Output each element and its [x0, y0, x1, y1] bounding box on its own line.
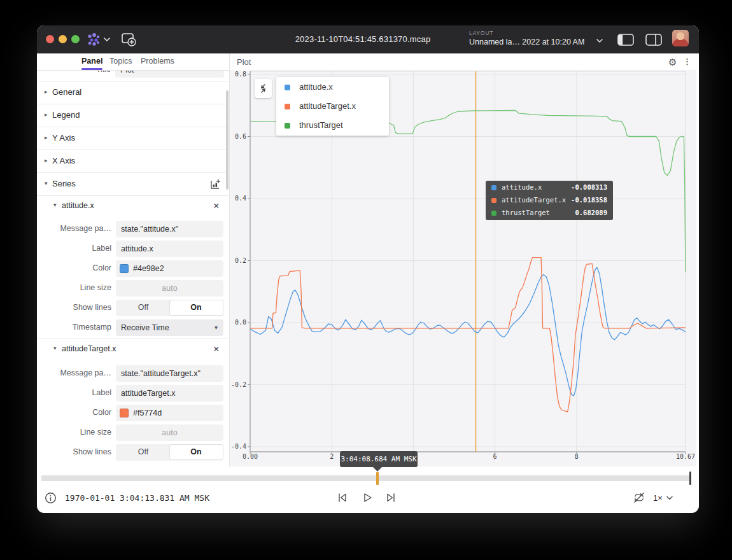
series-field-row: Show linesOffOn: [37, 442, 229, 462]
user-avatar[interactable]: [672, 30, 689, 46]
speed-chevron-icon[interactable]: [666, 496, 673, 501]
field-label: Line size: [42, 428, 111, 437]
tab-panel[interactable]: Panel: [81, 53, 102, 70]
field-label: Show lines: [42, 447, 111, 456]
color-input[interactable]: #f5774d: [116, 405, 223, 421]
title-input[interactable]: Plot: [115, 70, 224, 78]
field-value: attitudeTarget.x: [116, 385, 223, 402]
left-sidebar-toggle-icon[interactable]: [617, 33, 635, 46]
section-x-axis[interactable]: ▸X Axis: [37, 150, 229, 173]
section-general[interactable]: ▸General: [37, 81, 229, 104]
tooltip-series-value: -0.018358: [571, 196, 607, 204]
foxglove-logo-icon[interactable]: [86, 32, 101, 47]
tooltip-row: attitude.x-0.008313: [486, 181, 613, 194]
legend-swatch[interactable]: [285, 85, 290, 90]
field-value: attitude.x: [116, 241, 223, 257]
field-label: Color: [42, 263, 111, 272]
seek-start-icon[interactable]: [336, 491, 349, 504]
message-path-input[interactable]: state."attitude.x": [116, 221, 223, 237]
plot-hover-tooltip: attitude.x-0.008313attitudeTarget.x-0.01…: [486, 181, 613, 220]
legend-swatch[interactable]: [285, 104, 290, 109]
label-input[interactable]: attitudeTarget.x: [116, 385, 223, 402]
tooltip-series-value: -0.008313: [571, 183, 607, 191]
legend-item-attitudeTarget.x[interactable]: attitudeTarget.x: [276, 97, 389, 116]
layout-name[interactable]: Unnamed la… 2022 at 10:20 AM: [469, 38, 584, 46]
x-tick-label: 0.00: [231, 453, 269, 460]
toggle-option-on[interactable]: On: [170, 445, 223, 459]
color-hex-value: #4e98e2: [116, 260, 223, 277]
toggle-option-off[interactable]: Off: [117, 300, 170, 315]
playback-playhead[interactable]: [376, 472, 379, 485]
color-swatch[interactable]: [120, 409, 129, 417]
tooltip-swatch: [491, 211, 496, 216]
loop-off-icon[interactable]: [632, 491, 646, 504]
y-tick-label: 0.0: [227, 319, 246, 326]
info-icon[interactable]: [45, 492, 57, 504]
color-swatch[interactable]: [120, 264, 129, 273]
section-legend[interactable]: ▸Legend: [37, 104, 229, 127]
series-editor-header-attitudeTarget.x[interactable]: ▾attitudeTarget.x✕: [37, 339, 229, 360]
app-menu-chevron-icon[interactable]: [103, 37, 111, 42]
add-series-icon[interactable]: [210, 179, 221, 190]
layout-chevron-icon[interactable]: [596, 38, 603, 43]
message-path-input[interactable]: state."attitudeTarget.x": [116, 365, 223, 382]
remove-series-icon[interactable]: ✕: [213, 344, 220, 354]
playback-end-marker: [689, 472, 691, 485]
line-size-input[interactable]: auto: [116, 280, 223, 297]
section-y-axis[interactable]: ▸Y Axis: [37, 127, 229, 150]
tab-topics[interactable]: Topics: [109, 53, 134, 70]
playback-speed[interactable]: 1×: [653, 493, 663, 503]
window-minimize-button[interactable]: [59, 35, 67, 43]
field-value: state."attitudeTarget.x": [116, 365, 223, 382]
section-series[interactable]: ▾Series: [37, 172, 229, 196]
label-input[interactable]: attitude.x: [116, 241, 223, 257]
show-lines-toggle[interactable]: OffOn: [116, 300, 223, 316]
field-label: Message pa…: [42, 224, 111, 233]
section-label: General: [52, 87, 81, 97]
field-label: Message pa…: [42, 368, 111, 377]
sidebar-scrollbar-thumb[interactable]: [226, 90, 229, 190]
tab-problems[interactable]: Problems: [141, 53, 174, 70]
color-hex-value: #f5774d: [116, 405, 223, 421]
right-sidebar-toggle-icon[interactable]: [645, 33, 663, 46]
tooltip-swatch: [491, 198, 496, 203]
show-lines-toggle[interactable]: OffOn: [116, 444, 223, 461]
remove-series-icon[interactable]: ✕: [213, 201, 220, 211]
legend-swatch[interactable]: [285, 123, 290, 129]
toggle-option-on[interactable]: On: [170, 300, 223, 315]
caret-right-icon: ▸: [45, 157, 48, 164]
caret-right-icon: ▸: [45, 88, 48, 95]
x-tick-label: 10.67: [666, 453, 705, 460]
select-value: Receive Time: [116, 319, 223, 336]
section-label: X Axis: [52, 156, 75, 165]
series-field-row: Color#f5774d: [37, 403, 229, 423]
color-input[interactable]: #4e98e2: [116, 260, 223, 277]
field-label: Label: [42, 388, 111, 397]
panel-settings-scroll[interactable]: Title Plot ▸General▸Legend▸Y Axis▸X Axis…: [37, 70, 229, 466]
plot-legend[interactable]: attitude.xattitudeTarget.xthrustTarget: [276, 77, 389, 136]
field-value: state."attitude.x": [116, 221, 223, 237]
scrubber-time-tooltip: 3:04:08.684 AM MSK: [340, 451, 418, 467]
caret-down-icon: ▾: [45, 180, 48, 186]
toggle-option-off[interactable]: Off: [117, 445, 170, 459]
seek-end-icon[interactable]: [384, 491, 397, 504]
play-icon[interactable]: [361, 491, 374, 504]
series-field-row: Line sizeauto: [37, 423, 229, 442]
playback-scrubber[interactable]: [41, 475, 691, 481]
series-field-row: Show linesOffOn: [37, 298, 229, 318]
legend-collapse-icon[interactable]: [255, 79, 272, 98]
timestamp-select[interactable]: Receive Time▾: [116, 319, 223, 336]
add-panel-icon[interactable]: [121, 32, 137, 48]
series-editor-header-attitude.x[interactable]: ▾attitude.x✕: [37, 195, 229, 217]
legend-item-thrustTarget[interactable]: thrustTarget: [276, 116, 389, 135]
section-label: Y Axis: [52, 133, 75, 143]
line-size-input[interactable]: auto: [116, 424, 223, 441]
y-tick-label: 0.8: [227, 71, 246, 78]
caret-right-icon: ▸: [45, 134, 48, 141]
window-zoom-button[interactable]: [71, 35, 80, 43]
data-source-title[interactable]: 2023-11-10T04:51:45.631370.mcap: [267, 34, 458, 44]
legend-item-attitude.x[interactable]: attitude.x: [276, 78, 389, 97]
caret-down-icon: ▾: [53, 345, 57, 351]
window-close-button[interactable]: [46, 35, 54, 43]
series-line-attitude.x: [250, 267, 686, 396]
